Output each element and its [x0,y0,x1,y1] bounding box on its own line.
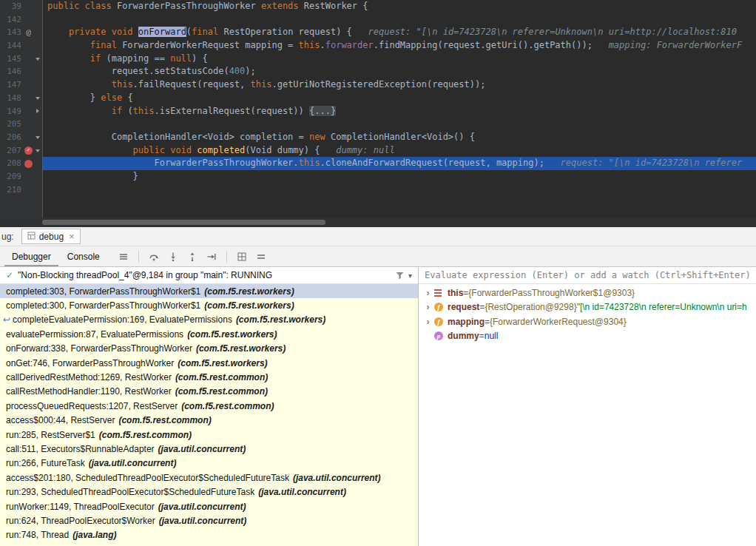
variable-value: "[\n id=7423728\n referer=Unknown\n uri=… [577,302,747,312]
mute-breakpoints-icon[interactable] [254,250,269,263]
run-to-cursor-icon[interactable] [204,250,219,263]
stack-frame-row[interactable]: run:748, Thread(java.lang) [0,528,418,542]
fold-marker-icon [34,26,41,39]
variable-row[interactable]: ›fmapping = {ForwarderWorkerRequest@9304… [419,314,756,329]
code-line[interactable]: 205 [0,118,756,131]
code-text [43,183,756,197]
code-line[interactable]: 149 if (this.isExternalRequest(request))… [0,105,756,118]
stack-frame-row[interactable]: completed:303, ForwarderPassThroughWorke… [0,284,418,298]
stack-frame-row[interactable]: run:285, RestServer$1(com.f5.rest.common… [0,428,418,442]
code-line[interactable]: 208 ForwarderPassThroughWorker.this.clon… [0,157,756,170]
gutter-icon-slot [23,131,34,144]
thread-running-icon: ✓ [6,270,13,280]
gutter-icon-slot [23,13,34,27]
stack-frame-row[interactable]: onGet:746, ForwarderPassThroughWorker(co… [0,356,418,370]
stack-frame-row[interactable]: onForward:338, ForwarderPassThroughWorke… [0,342,418,356]
gutter: 206 [0,131,43,144]
expand-chevron-icon[interactable]: › [423,317,433,327]
variables-list: ›this = {ForwarderPassThroughWorker$1@93… [419,284,756,546]
code-line[interactable]: 146 request.setStatusCode(400); [0,65,756,78]
variable-row[interactable]: ›this = {ForwarderPassThroughWorker$1@93… [419,286,756,300]
filter-icon[interactable] [396,272,404,280]
tab-debugger[interactable]: Debugger [4,246,58,266]
expand-chevron-icon[interactable]: › [423,302,433,312]
code-editor[interactable]: 39public class ForwarderPassThroughWorke… [0,0,756,227]
fold-marker-icon[interactable] [34,92,41,105]
fold-marker-icon[interactable] [34,105,41,118]
stack-frame-row[interactable]: ↩completeEvaluatePermission:169, Evaluat… [0,313,418,327]
variable-name: dummy [448,331,479,341]
breakpoint-verified-icon[interactable]: ✓ [23,144,34,158]
fold-marker-icon[interactable] [34,53,41,66]
gutter-icon-slot [23,39,34,53]
frame-location: run:285, RestServer$1 [6,430,95,440]
stack-frame-row[interactable]: run:624, ThreadPoolExecutor$Worker(java.… [0,513,418,528]
gutter: 208 [0,157,43,170]
stack-frame-row[interactable]: processQueuedRequests:1207, RestServer(c… [0,399,418,413]
step-out-icon[interactable] [185,250,200,263]
field-icon: f [434,303,443,311]
gutter: 205 [0,118,43,131]
code-line[interactable]: 207✓ public void completed(Void dummy) {… [0,144,756,158]
horizontal-scrollbar-thumb[interactable] [42,220,325,225]
line-number: 146 [0,65,23,78]
frame-location: runWorker:1149, ThreadPoolExecutor [6,502,155,512]
stack-frame-row[interactable]: runWorker:1149, ThreadPoolExecutor(java.… [0,499,418,513]
annotation-icon: @ [23,26,34,39]
stack-frame-row[interactable]: callRestMethodHandler:1190, RestWorker(c… [0,385,418,399]
gutter-icon-slot [23,0,34,13]
code-line[interactable]: 147 this.failRequest(request, this.getUr… [0,78,756,92]
line-number: 147 [0,78,23,92]
stack-frame-row[interactable]: evaluatePermission:87, EvaluatePermissio… [0,327,418,341]
stack-frame-row[interactable]: run:293, ScheduledThreadPoolExecutor$Sch… [0,485,418,499]
gutter-icon-slot [23,183,34,197]
code-line[interactable]: 206 CompletionHandler<Void> completion =… [0,131,756,144]
variable-row[interactable]: ›frequest = {RestOperation@9298} "[\n id… [419,300,756,315]
line-number: 142 [0,13,23,27]
code-line[interactable]: 209 } [0,170,756,183]
thread-dropdown-icon[interactable]: ▾ [408,272,412,280]
stack-frame-row[interactable]: completed:300, ForwarderPassThroughWorke… [0,298,418,312]
stack-frame-row[interactable]: access$201:180, ScheduledThreadPoolExecu… [0,471,418,485]
fold-marker-icon [34,183,41,197]
view-breakpoints-icon[interactable] [234,250,249,263]
frame-location: completed:300, ForwarderPassThroughWorke… [6,300,200,311]
gutter: 146 [0,65,43,78]
menu-icon[interactable] [116,250,131,263]
code-line[interactable]: 39public class ForwarderPassThroughWorke… [0,0,756,13]
expand-chevron-icon[interactable]: › [423,288,433,298]
stack-frame-row[interactable]: call:511, Executors$RunnableAdapter(java… [0,442,418,456]
thread-selector[interactable]: ✓ "Non-Blocking threadPool_4"@9,184 in g… [0,267,418,284]
this-icon [434,289,442,297]
code-line[interactable]: 210 [0,183,756,197]
fold-marker-icon[interactable] [34,144,41,158]
stack-frame-row[interactable]: run:266, FutureTask(java.util.concurrent… [0,456,418,471]
line-number: 148 [0,92,23,105]
code-line[interactable]: 148 } else { [0,92,756,105]
horizontal-scrollbar-track[interactable] [0,218,756,227]
evaluate-expression-input[interactable]: Evaluate expression (Enter) or add a wat… [419,267,756,284]
step-over-icon[interactable] [146,250,161,263]
close-icon[interactable]: × [69,231,75,242]
code-line[interactable]: 142 [0,13,756,27]
debug-session-tab[interactable]: debug × [21,229,81,244]
fold-marker-icon[interactable] [34,131,41,144]
stack-frame-row[interactable]: callDerivedRestMethod:1269, RestWorker(c… [0,370,418,384]
gutter: 144 [0,39,43,53]
tab-console[interactable]: Console [60,246,107,266]
code-line[interactable]: 143@ private void onForward(final RestOp… [0,26,756,39]
breakpoint-icon[interactable] [23,157,34,170]
step-into-icon[interactable] [166,250,180,263]
code-text: } [43,170,756,183]
frames-panel: ✓ "Non-Blocking threadPool_4"@9,184 in g… [0,267,419,546]
code-text: if (this.isExternalRequest(request)) {..… [43,105,756,118]
line-number: 144 [0,39,23,53]
variable-row[interactable]: pdummy = null [419,329,756,344]
frame-package: (com.f5.rest.workers) [204,300,294,311]
code-text: if (mapping == null) { [43,53,756,66]
fold-marker-icon [34,13,41,27]
stack-frame-row[interactable]: access$000:44, RestServer(com.f5.rest.co… [0,414,418,428]
code-line[interactable]: 144 final ForwarderWorkerRequest mapping… [0,39,756,53]
gutter: 149 [0,105,43,118]
code-line[interactable]: 145 if (mapping == null) { [0,53,756,66]
